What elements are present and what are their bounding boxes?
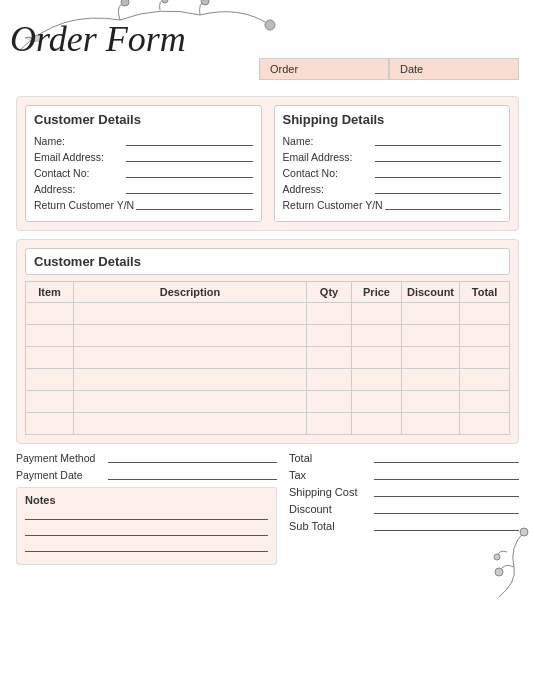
tax-row: Tax (289, 469, 519, 481)
cell-4-0[interactable] (26, 391, 74, 413)
svg-point-2 (201, 0, 209, 5)
cell-4-5[interactable] (460, 391, 510, 413)
notes-line-2[interactable] (25, 526, 268, 536)
cell-2-4[interactable] (402, 347, 460, 369)
notes-label: Notes (25, 494, 268, 506)
cell-2-1[interactable] (74, 347, 307, 369)
floral-br-decoration (289, 537, 519, 577)
cell-5-1[interactable] (74, 413, 307, 435)
shipping-return-input[interactable] (385, 200, 501, 210)
notes-area: Notes (16, 487, 277, 565)
header: Order Form Order Date (0, 0, 535, 90)
customer-email-label: Email Address: (34, 151, 124, 163)
cell-0-4[interactable] (402, 303, 460, 325)
cell-4-2[interactable] (307, 391, 352, 413)
order-table: Item Description Qty Price Discount Tota… (25, 281, 510, 435)
page-title: Order Form (10, 18, 186, 60)
cell-3-5[interactable] (460, 369, 510, 391)
payment-date-label: Payment Date (16, 469, 106, 481)
customer-email-input[interactable] (126, 152, 253, 162)
col-item: Item (26, 282, 74, 303)
notes-line-1[interactable] (25, 510, 268, 520)
discount-input[interactable] (374, 504, 519, 514)
total-input[interactable] (374, 453, 519, 463)
sub-total-label: Sub Total (289, 520, 374, 532)
bottom-left: Payment Method Payment Date Notes (16, 452, 277, 577)
customer-address-row: Address: (34, 183, 253, 195)
svg-point-6 (520, 528, 528, 536)
table-row (26, 391, 510, 413)
cell-5-5[interactable] (460, 413, 510, 435)
shipping-address-input[interactable] (375, 184, 502, 194)
cell-3-0[interactable] (26, 369, 74, 391)
shipping-address-label: Address: (283, 183, 373, 195)
discount-row: Discount (289, 503, 519, 515)
bottom-section: Payment Method Payment Date Notes Total … (16, 452, 519, 577)
cell-4-3[interactable] (352, 391, 402, 413)
shipping-return-label: Return Customer Y/N (283, 199, 383, 211)
notes-line-3[interactable] (25, 542, 268, 552)
cell-4-4[interactable] (402, 391, 460, 413)
cell-2-3[interactable] (352, 347, 402, 369)
cell-5-4[interactable] (402, 413, 460, 435)
shipping-contact-label: Contact No: (283, 167, 373, 179)
cell-5-0[interactable] (26, 413, 74, 435)
customer-name-input[interactable] (126, 136, 253, 146)
cell-0-1[interactable] (74, 303, 307, 325)
order-field[interactable]: Order (259, 58, 389, 80)
customer-address-label: Address: (34, 183, 124, 195)
cell-3-2[interactable] (307, 369, 352, 391)
customer-contact-row: Contact No: (34, 167, 253, 179)
header-fields: Order Date (259, 58, 519, 80)
cell-3-1[interactable] (74, 369, 307, 391)
shipping-contact-input[interactable] (375, 168, 502, 178)
table-row (26, 413, 510, 435)
cell-2-0[interactable] (26, 347, 74, 369)
customer-address-input[interactable] (126, 184, 253, 194)
cell-1-0[interactable] (26, 325, 74, 347)
cell-5-3[interactable] (352, 413, 402, 435)
shipping-contact-row: Contact No: (283, 167, 502, 179)
col-discount: Discount (402, 282, 460, 303)
order-section-title: Customer Details (25, 248, 510, 275)
col-description: Description (74, 282, 307, 303)
cell-0-2[interactable] (307, 303, 352, 325)
total-label: Total (289, 452, 374, 464)
payment-date-row: Payment Date (16, 469, 277, 481)
shipping-address-row: Address: (283, 183, 502, 195)
cell-0-0[interactable] (26, 303, 74, 325)
customer-return-input[interactable] (136, 200, 252, 210)
discount-label: Discount (289, 503, 374, 515)
cell-5-2[interactable] (307, 413, 352, 435)
customer-name-row: Name: (34, 135, 253, 147)
tax-label: Tax (289, 469, 374, 481)
cell-1-2[interactable] (307, 325, 352, 347)
cell-3-3[interactable] (352, 369, 402, 391)
payment-date-input[interactable] (108, 470, 277, 480)
svg-point-1 (162, 0, 168, 3)
total-row: Total (289, 452, 519, 464)
svg-point-3 (265, 20, 275, 30)
table-row (26, 325, 510, 347)
tax-input[interactable] (374, 470, 519, 480)
shipping-email-input[interactable] (375, 152, 502, 162)
payment-method-label: Payment Method (16, 452, 106, 464)
shipping-cost-input[interactable] (374, 487, 519, 497)
shipping-return-row: Return Customer Y/N (283, 199, 502, 211)
cell-4-1[interactable] (74, 391, 307, 413)
cell-2-2[interactable] (307, 347, 352, 369)
table-header-row: Item Description Qty Price Discount Tota… (26, 282, 510, 303)
cell-0-5[interactable] (460, 303, 510, 325)
date-field[interactable]: Date (389, 58, 519, 80)
cell-1-5[interactable] (460, 325, 510, 347)
shipping-name-input[interactable] (375, 136, 502, 146)
cell-0-3[interactable] (352, 303, 402, 325)
cell-1-1[interactable] (74, 325, 307, 347)
customer-contact-input[interactable] (126, 168, 253, 178)
table-row (26, 303, 510, 325)
cell-1-3[interactable] (352, 325, 402, 347)
cell-1-4[interactable] (402, 325, 460, 347)
payment-method-input[interactable] (108, 453, 277, 463)
cell-3-4[interactable] (402, 369, 460, 391)
cell-2-5[interactable] (460, 347, 510, 369)
